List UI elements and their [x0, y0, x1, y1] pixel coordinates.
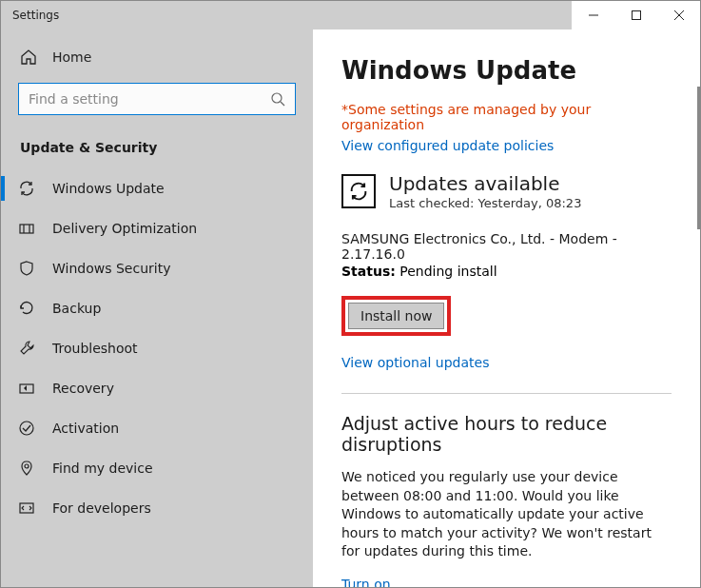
main-content: Windows Update *Some settings are manage…	[313, 29, 700, 587]
sidebar-item-for-developers[interactable]: For developers	[1, 488, 313, 528]
search-input[interactable]	[29, 91, 270, 107]
sidebar-item-recovery[interactable]: Recovery	[1, 368, 313, 408]
search-input-container[interactable]	[18, 83, 296, 115]
location-icon	[18, 460, 35, 477]
home-icon	[20, 49, 37, 66]
svg-rect-1	[632, 11, 640, 20]
active-hours-body: We noticed you regularly use your device…	[341, 468, 672, 561]
sidebar-item-label: Find my device	[52, 461, 153, 476]
sidebar-item-label: Windows Update	[52, 181, 165, 196]
status-heading: Updates available	[389, 172, 581, 195]
sidebar-item-label: For developers	[52, 500, 151, 516]
activation-icon	[18, 420, 35, 437]
home-link[interactable]: Home	[1, 39, 313, 75]
sync-icon	[18, 180, 35, 197]
update-name: SAMSUNG Electronics Co., Ltd. - Modem - …	[341, 231, 672, 262]
install-highlight: Install now	[341, 296, 451, 336]
sidebar-item-label: Activation	[52, 421, 119, 436]
shield-icon	[18, 260, 35, 277]
titlebar: Settings	[1, 1, 700, 29]
sidebar-item-find-my-device[interactable]: Find my device	[1, 448, 313, 488]
turn-on-link[interactable]: Turn on	[341, 577, 672, 587]
window-controls	[572, 1, 700, 29]
window-title: Settings	[1, 9, 572, 22]
page-title: Windows Update	[341, 56, 672, 85]
update-status: Updates available Last checked: Yesterda…	[341, 172, 672, 210]
sidebar-item-activation[interactable]: Activation	[1, 408, 313, 448]
minimize-button[interactable]	[572, 1, 614, 29]
last-checked: Last checked: Yesterday, 08:23	[389, 196, 581, 210]
wrench-icon	[18, 340, 35, 357]
sidebar-item-label: Windows Security	[52, 261, 170, 276]
delivery-icon	[18, 220, 35, 237]
org-warning: *Some settings are managed by your organ…	[341, 102, 672, 132]
search-icon	[270, 91, 285, 107]
recovery-icon	[18, 380, 35, 397]
maximize-button[interactable]	[614, 1, 657, 29]
backup-icon	[18, 300, 35, 317]
status-line: Status: Pending install	[341, 264, 672, 279]
svg-line-5	[281, 102, 284, 106]
section-header: Update & Security	[1, 132, 313, 168]
svg-rect-6	[20, 225, 33, 233]
svg-point-4	[272, 93, 282, 103]
svg-point-10	[20, 421, 33, 435]
sidebar-item-label: Backup	[52, 301, 101, 316]
app-body: Home Update & Security Windows Update De…	[1, 29, 700, 587]
sidebar-item-label: Recovery	[52, 381, 114, 396]
scrollbar-thumb[interactable]	[697, 87, 700, 229]
sidebar-item-windows-security[interactable]: Windows Security	[1, 248, 313, 288]
svg-point-11	[25, 464, 29, 468]
active-hours-heading: Adjust active hours to reduce disruption…	[341, 413, 672, 455]
sidebar-item-label: Troubleshoot	[52, 341, 138, 356]
status-label: Status:	[341, 264, 396, 279]
close-button[interactable]	[657, 1, 700, 29]
sidebar-item-windows-update[interactable]: Windows Update	[1, 168, 313, 208]
install-now-button[interactable]: Install now	[348, 303, 444, 329]
sidebar-item-backup[interactable]: Backup	[1, 288, 313, 328]
home-label: Home	[52, 49, 91, 65]
update-status-text: Updates available Last checked: Yesterda…	[389, 172, 581, 210]
optional-updates-link[interactable]: View optional updates	[341, 355, 672, 370]
status-value: Pending install	[396, 264, 497, 279]
sidebar-item-delivery-optimization[interactable]: Delivery Optimization	[1, 208, 313, 248]
developer-icon	[18, 500, 35, 517]
update-icon	[341, 174, 376, 208]
sidebar-item-label: Delivery Optimization	[52, 221, 197, 236]
policies-link[interactable]: View configured update policies	[341, 138, 554, 153]
sidebar-item-troubleshoot[interactable]: Troubleshoot	[1, 328, 313, 368]
divider	[341, 393, 672, 394]
sidebar: Home Update & Security Windows Update De…	[1, 29, 313, 587]
